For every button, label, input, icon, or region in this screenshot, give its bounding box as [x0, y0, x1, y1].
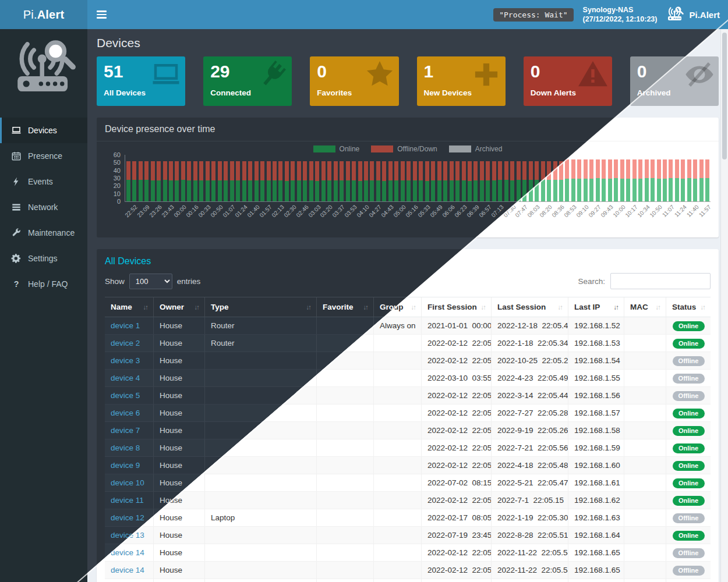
chart-bar: [637, 154, 643, 201]
sidebar-item-events[interactable]: Events: [0, 169, 87, 194]
favorite-cell: [317, 544, 374, 561]
mac-cell: [624, 387, 666, 404]
mac-cell: [624, 509, 666, 526]
chart-bar: [284, 154, 289, 201]
chart-bar: [418, 154, 424, 201]
card-new-devices[interactable]: 1New Devices: [417, 56, 506, 106]
first-session-cell: 2022-02-12 22:05: [422, 335, 492, 352]
favorite-cell: [317, 439, 374, 456]
column-header-favorite[interactable]: Favorite↓↑: [317, 297, 374, 317]
app-cluster[interactable]: Pi.Alert: [666, 5, 720, 24]
chart-bar: [174, 154, 180, 201]
chart-bar: [143, 154, 149, 201]
laptop-icon: [9, 125, 23, 136]
favorite-cell: [317, 317, 374, 334]
legend-online[interactable]: Online: [313, 145, 360, 153]
sidebar-logo: [0, 29, 87, 118]
first-session-cell: 2022-02-12 22:05: [422, 352, 492, 369]
card-favorites[interactable]: 0Favorites: [310, 56, 398, 106]
column-header-status[interactable]: Status↓↑: [666, 297, 711, 317]
chart-bar: [473, 154, 479, 201]
chart-bar: [619, 154, 625, 201]
gear-icon: [9, 253, 23, 264]
card-connected[interactable]: 29Connected: [203, 56, 292, 106]
chart-bar: [412, 154, 418, 201]
owner-cell: House: [154, 579, 205, 582]
chart-bar: [491, 154, 497, 201]
status-badge: Online: [673, 409, 705, 418]
menu-icon[interactable]: [87, 0, 115, 29]
device-link[interactable]: device 14: [111, 548, 144, 557]
column-header-last-session[interactable]: Last Session↓↑: [492, 297, 568, 317]
legend-offline-down[interactable]: Offline/Down: [371, 145, 437, 153]
device-link[interactable]: device 14: [111, 566, 144, 574]
column-header-last-ip[interactable]: Last IP↓↑: [568, 297, 624, 317]
device-link[interactable]: device 4: [111, 374, 140, 382]
chart-bar: [601, 154, 607, 201]
type-cell: Router: [205, 335, 317, 352]
status-badge: Online: [673, 426, 705, 436]
chart-bar: [375, 154, 381, 201]
sidebar-item-network[interactable]: Network: [0, 194, 87, 220]
device-link[interactable]: device 5: [111, 391, 140, 400]
chart-bar: [308, 154, 314, 201]
router-magnifier-icon: [11, 35, 76, 102]
y-tick: 40: [114, 167, 121, 174]
scrollbar[interactable]: [720, 29, 728, 582]
chart-bar: [625, 154, 631, 201]
sort-icon: ↓↑: [143, 304, 150, 311]
sidebar-item-settings[interactable]: Settings: [0, 246, 87, 271]
column-header-owner[interactable]: Owner↓↑: [154, 297, 205, 317]
first-session-cell: 2022-02-12 22:05: [422, 422, 492, 439]
mac-cell: [624, 404, 666, 421]
device-link[interactable]: device 10: [111, 478, 144, 487]
chart-bar: [698, 154, 704, 201]
brand-logo[interactable]: Pi.Alert: [0, 0, 87, 29]
chart-bar: [461, 154, 467, 201]
sidebar-item-help-faq[interactable]: ?Help / FAQ: [0, 271, 87, 297]
first-session-cell: 2022-07-02 08:15: [422, 474, 492, 491]
group-cell: [374, 457, 422, 474]
column-header-type[interactable]: Type↓↑: [205, 297, 317, 317]
device-link[interactable]: device 9: [111, 461, 140, 470]
first-session-cell: 2022-02-12 22:05: [422, 387, 492, 404]
column-header-mac[interactable]: MAC↓↑: [624, 297, 666, 317]
scrollbar-thumb[interactable]: [722, 33, 727, 159]
device-link[interactable]: device 1: [111, 321, 140, 330]
last-ip-cell: 192.168.1.55: [568, 370, 624, 386]
card-all-devices[interactable]: 51All Devices: [97, 56, 185, 106]
legend-archived[interactable]: Archived: [449, 145, 503, 153]
status-badge: Offline: [673, 391, 705, 401]
chart-bar: [613, 154, 619, 201]
page-size-select[interactable]: 100: [129, 274, 172, 289]
device-link[interactable]: device 7: [111, 426, 140, 435]
chart-bar: [686, 154, 692, 201]
device-link[interactable]: device 8: [111, 443, 140, 452]
last-session-cell: 2022-9-19 22:05.26: [492, 422, 568, 439]
column-header-first-session[interactable]: First Session↓↑: [422, 297, 492, 317]
device-link[interactable]: device 2: [111, 339, 140, 347]
sidebar-item-presence[interactable]: Presence: [0, 143, 87, 169]
search-input[interactable]: [610, 273, 711, 289]
card-down-alerts[interactable]: 0Down Alerts: [524, 56, 612, 106]
chart-bar: [692, 154, 698, 201]
type-cell: [205, 562, 317, 579]
device-link[interactable]: device 12: [111, 513, 144, 522]
chart-bar: [296, 154, 302, 201]
chart-bar: [131, 154, 137, 201]
last-ip-cell: 192.168.1.66: [568, 579, 624, 582]
chart-bar: [387, 154, 393, 201]
status-badge: Online: [673, 461, 705, 471]
last-session-cell: 2022-4-23 22:05.49: [492, 370, 568, 386]
chart-bar: [570, 154, 576, 201]
mac-cell: [624, 544, 666, 561]
device-link[interactable]: device 3: [111, 356, 140, 365]
device-link[interactable]: device 11: [111, 496, 144, 505]
sidebar-item-maintenance[interactable]: Maintenance: [0, 220, 87, 246]
device-link[interactable]: device 6: [111, 409, 140, 417]
favorite-cell: [317, 370, 374, 386]
sidebar-item-devices[interactable]: Devices: [0, 118, 87, 143]
column-header-name[interactable]: Name↓↑: [105, 297, 154, 317]
chart-bar: [515, 154, 521, 201]
sort-icon: ↓↑: [558, 304, 565, 311]
